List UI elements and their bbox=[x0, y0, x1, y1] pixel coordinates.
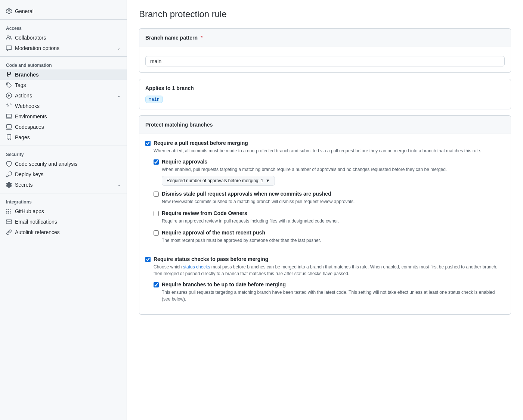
protect-card: Protect matching branches Require a pull… bbox=[139, 115, 511, 315]
code-owners-title: Require review from Code Owners bbox=[162, 210, 247, 216]
shield-icon bbox=[6, 161, 12, 167]
comment-icon bbox=[6, 45, 12, 51]
chevron-down-icon-2: ⌄ bbox=[117, 93, 121, 98]
require-pr-sub-rules: Require approvals When enabled, pull req… bbox=[154, 159, 505, 244]
code-owners-checkbox[interactable] bbox=[154, 211, 159, 216]
applies-section: Applies to 1 branch main bbox=[139, 79, 511, 109]
dismiss-stale-header: Dismiss stale pull request approvals whe… bbox=[154, 191, 505, 197]
up-to-date-checkbox[interactable] bbox=[154, 282, 159, 287]
protect-card-header: Protect matching branches bbox=[139, 116, 511, 134]
require-approvals-desc: When enabled, pull requests targeting a … bbox=[162, 166, 505, 173]
approvals-dropdown-label: Required number of approvals before merg… bbox=[167, 178, 263, 183]
sidebar-item-email-notifications-label: Email notifications bbox=[15, 219, 121, 225]
sidebar-item-webhooks-label: Webhooks bbox=[15, 103, 121, 109]
applies-card: Applies to 1 branch main bbox=[139, 79, 511, 109]
sidebar-item-pages[interactable]: Pages bbox=[0, 132, 127, 143]
rule-require-pr: Require a pull request before merging Wh… bbox=[145, 140, 505, 244]
require-approvals-header: Require approvals bbox=[154, 159, 505, 165]
sidebar-item-tags[interactable]: Tags bbox=[0, 80, 127, 90]
sidebar-item-deploy-keys[interactable]: Deploy keys bbox=[0, 169, 127, 180]
sidebar-item-general[interactable]: General bbox=[0, 6, 127, 16]
require-approvals-title: Require approvals bbox=[162, 159, 207, 165]
sidebar-divider bbox=[0, 19, 127, 20]
dismiss-stale-checkbox[interactable] bbox=[154, 192, 159, 197]
sidebar-section-integrations: Integrations bbox=[0, 196, 127, 206]
dropdown-arrow-icon: ▼ bbox=[266, 178, 270, 183]
sidebar-item-code-security[interactable]: Code security and analysis bbox=[0, 159, 127, 169]
status-checks-title: Require status checks to pass before mer… bbox=[154, 256, 268, 262]
sidebar-divider-3 bbox=[0, 146, 127, 146]
protect-section: Require a pull request before merging Wh… bbox=[139, 134, 511, 314]
sub-rule-require-approvals: Require approvals When enabled, pull req… bbox=[154, 159, 505, 186]
sidebar-item-actions-label: Actions bbox=[15, 93, 114, 99]
up-to-date-desc: This ensures pull requests targeting a m… bbox=[162, 289, 505, 302]
status-checks-checkbox[interactable] bbox=[145, 257, 151, 262]
sub-rule-code-owners: Require review from Code Owners Require … bbox=[154, 210, 505, 224]
sidebar-item-environments-label: Environments bbox=[15, 113, 121, 119]
applies-title: Applies to 1 branch bbox=[145, 85, 505, 91]
sidebar-item-deploy-keys-label: Deploy keys bbox=[15, 171, 121, 177]
sidebar-item-branches[interactable]: Branches bbox=[0, 69, 127, 80]
sidebar-item-actions[interactable]: Actions ⌄ bbox=[0, 90, 127, 101]
recent-push-desc: The most recent push must be approved by… bbox=[162, 237, 505, 244]
mail-icon bbox=[6, 219, 12, 225]
sidebar-section-access: Access bbox=[0, 23, 127, 32]
sidebar-item-code-security-label: Code security and analysis bbox=[15, 161, 121, 167]
webhook-icon bbox=[6, 103, 12, 109]
page-title: Branch protection rule bbox=[139, 9, 511, 19]
gear-icon bbox=[6, 8, 12, 14]
branch-name-card-header: Branch name pattern * bbox=[139, 29, 511, 47]
sidebar-item-collaborators-label: Collaborators bbox=[15, 35, 121, 41]
branch-name-card: Branch name pattern * bbox=[139, 28, 511, 73]
rule-require-pr-header: Require a pull request before merging bbox=[145, 140, 505, 146]
sub-rule-dismiss-stale: Dismiss stale pull request approvals whe… bbox=[154, 191, 505, 205]
require-pr-checkbox[interactable] bbox=[145, 141, 151, 146]
chevron-down-icon: ⌄ bbox=[117, 46, 121, 51]
sidebar-item-github-apps[interactable]: GitHub apps bbox=[0, 206, 127, 217]
branch-pattern-title: Branch name pattern bbox=[145, 35, 198, 41]
require-approvals-checkbox[interactable] bbox=[154, 159, 159, 165]
apps-icon bbox=[6, 208, 12, 214]
star-icon bbox=[6, 182, 12, 188]
sidebar-item-codespaces[interactable]: Codespaces bbox=[0, 122, 127, 132]
up-to-date-title: Require branches to be up to date before… bbox=[162, 281, 286, 287]
sidebar-section-code-automation: Code and automation bbox=[0, 60, 127, 69]
sidebar-item-moderation-options[interactable]: Moderation options ⌄ bbox=[0, 43, 127, 53]
play-icon bbox=[6, 93, 12, 99]
branch-name-card-body bbox=[139, 47, 511, 72]
link-icon bbox=[6, 229, 12, 235]
main-content: Branch protection rule Branch name patte… bbox=[127, 0, 523, 420]
status-checks-desc: Choose which status checks must pass bef… bbox=[154, 264, 505, 277]
chevron-down-icon-3: ⌄ bbox=[117, 182, 121, 187]
branch-name-input[interactable] bbox=[145, 56, 505, 66]
sidebar-item-autolink-references[interactable]: Autolink references bbox=[0, 227, 127, 237]
recent-push-header: Require approval of the most recent push bbox=[154, 230, 505, 236]
sidebar-item-pages-label: Pages bbox=[15, 134, 121, 140]
sidebar-item-webhooks[interactable]: Webhooks bbox=[0, 101, 127, 111]
status-checks-sub-rules: Require branches to be up to date before… bbox=[154, 281, 505, 302]
sidebar-item-secrets[interactable]: Secrets ⌄ bbox=[0, 180, 127, 190]
required-star: * bbox=[201, 35, 202, 41]
status-checks-link[interactable]: status checks bbox=[183, 264, 210, 270]
sidebar-section-security: Security bbox=[0, 149, 127, 159]
require-pr-desc: When enabled, all commits must be made t… bbox=[154, 147, 505, 154]
sidebar-item-general-label: General bbox=[15, 8, 121, 14]
dismiss-stale-desc: New reviewable commits pushed to a match… bbox=[162, 198, 505, 205]
person-icon bbox=[6, 35, 12, 41]
sidebar-item-codespaces-label: Codespaces bbox=[15, 124, 121, 130]
approvals-dropdown[interactable]: Required number of approvals before merg… bbox=[162, 176, 275, 186]
sidebar-item-environments[interactable]: Environments bbox=[0, 111, 127, 122]
recent-push-title: Require approval of the most recent push bbox=[162, 230, 265, 236]
page-icon bbox=[6, 134, 12, 140]
rule-divider bbox=[145, 250, 505, 250]
sidebar-divider-4 bbox=[0, 193, 127, 193]
sidebar-item-collaborators[interactable]: Collaborators bbox=[0, 32, 127, 43]
dismiss-stale-title: Dismiss stale pull request approvals whe… bbox=[162, 191, 331, 197]
rule-status-checks: Require status checks to pass before mer… bbox=[145, 256, 505, 302]
sidebar-item-secrets-label: Secrets bbox=[15, 182, 114, 188]
tag-icon bbox=[6, 82, 12, 88]
sidebar-item-email-notifications[interactable]: Email notifications bbox=[0, 217, 127, 227]
up-to-date-header: Require branches to be up to date before… bbox=[154, 281, 505, 287]
recent-push-checkbox[interactable] bbox=[154, 230, 159, 236]
code-owners-header: Require review from Code Owners bbox=[154, 210, 505, 216]
